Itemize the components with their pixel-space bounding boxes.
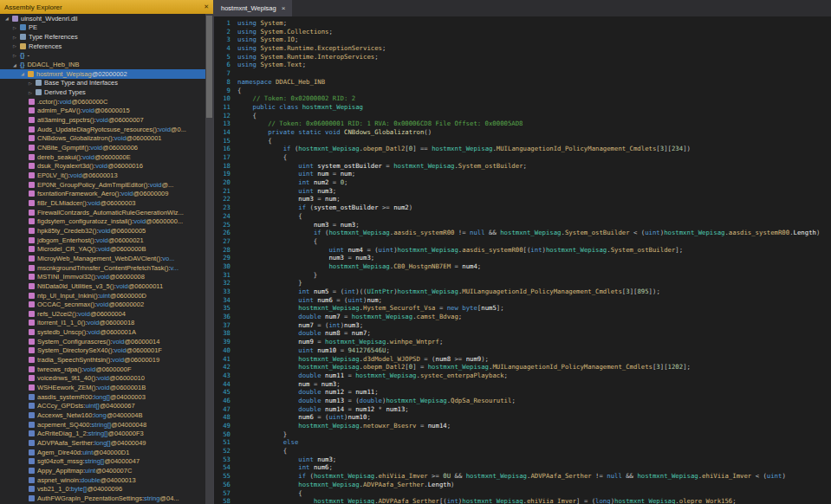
- expander-open-icon[interactable]: ◢: [21, 71, 28, 76]
- tree-item[interactable]: admim_PsAV() : void @06000015: [0, 107, 205, 116]
- tree-item[interactable]: CNBite_Gpmptif() : void @06000006: [0, 143, 205, 152]
- code-line: using System.Runtime.InteropServices;: [237, 53, 831, 61]
- close-icon[interactable]: ✕: [204, 3, 209, 10]
- tree-item[interactable]: ▷Derived Types: [0, 87, 205, 97]
- line-number: 22: [214, 195, 230, 204]
- tree-item[interactable]: fsxntationFramework_Aero() : void @06000…: [0, 189, 205, 198]
- tree-item[interactable]: twrecws_rdpa() : void @0600000F: [0, 365, 205, 374]
- tree-item[interactable]: ◢uinsoht_Wvdenrl.dll: [0, 14, 205, 23]
- code-line: namespace DDACL_Heb_INB: [237, 78, 831, 87]
- expander-closed-icon[interactable]: ▷: [13, 53, 20, 58]
- code-line: uint num10 = 941276546U;: [237, 346, 831, 355]
- code-line: uint num3;: [237, 456, 831, 464]
- expander-closed-icon[interactable]: ▷: [13, 35, 20, 40]
- method-icon: [29, 154, 35, 160]
- tree-item[interactable]: tradia_SpeechSynthtsin() : void @0600001…: [0, 355, 205, 365]
- tree-item[interactable]: ACCcy_GPDsts : uint[] @04000067: [0, 402, 205, 411]
- tree-item[interactable]: vsb21_1_0 : byte[] @04000096: [0, 484, 205, 494]
- expander-open-icon[interactable]: ◢: [13, 62, 20, 68]
- tree-item[interactable]: WSHEework_ZEM() : void @0600001B: [0, 383, 205, 392]
- tree-item[interactable]: mscnkgroundTrhnsfer_ContentPrefetchTask(…: [0, 263, 205, 273]
- tree-item[interactable]: refs_U2cei2() : void @06000004: [0, 309, 205, 319]
- code-editor[interactable]: 1234567891011121314151617181920212223242…: [214, 16, 831, 504]
- expander-closed-icon[interactable]: ▷: [29, 81, 36, 86]
- tree-item[interactable]: ▷Type References: [0, 32, 205, 42]
- tree-item[interactable]: dereb_seakui() : void @0600000E: [0, 152, 205, 162]
- tree-item[interactable]: AuthFWGrapIn_PezentationSettings : strin…: [0, 494, 205, 503]
- method-icon: [29, 99, 35, 105]
- tree-item[interactable]: NtiData0ld_Utilities_v3_5() : void @0600…: [0, 281, 205, 291]
- tree-item[interactable]: Accexws_Netw160 : long @0400004B: [0, 410, 205, 420]
- method-icon: [29, 366, 35, 372]
- assembly-explorer-panel: Assembly Explorer ✕ ◢uinsoht_Wvdenrl.dll…: [0, 0, 214, 504]
- expander-closed-icon[interactable]: ▷: [13, 25, 20, 30]
- tree-item[interactable]: voicednws_9t1_40() : void @06000010: [0, 374, 205, 384]
- code-line: using System.IO;: [237, 36, 831, 44]
- tree-item[interactable]: FirewallContzards_AutomaticRuleGeneratio…: [0, 208, 205, 217]
- tree-item[interactable]: Agem_Dire40d : uint @040000D1: [0, 448, 205, 457]
- code-line: {: [237, 237, 831, 246]
- tree-item[interactable]: EP0LV_it() : void @06000013: [0, 171, 205, 180]
- tab-label: hostmxnt_Wepisag: [221, 4, 276, 12]
- tree-item[interactable]: dsuk_Royalexrt3d() : void @06000016: [0, 162, 205, 171]
- tab-close-icon[interactable]: ×: [282, 4, 286, 12]
- line-number: 30: [214, 262, 230, 271]
- tree-item[interactable]: OCCAC_secnmax() : void @06000002: [0, 300, 205, 309]
- tree-item[interactable]: AcRriteDiag_1_2 : string[] @040000F3: [0, 430, 205, 439]
- tree-item[interactable]: Auds_UpdateDiagRyotcsuse_resources() : v…: [0, 125, 205, 134]
- tree-item[interactable]: MSTINI_Immvol32() : void @06000008: [0, 272, 205, 281]
- tree-item[interactable]: systedb_Unscp() : void @0600001A: [0, 327, 205, 337]
- tree-item[interactable]: aspnet_winoin : double @04000013: [0, 475, 205, 485]
- method-icon: [29, 107, 35, 113]
- tree-item[interactable]: ADVPAafa_Serther : long[] @04000049: [0, 438, 205, 448]
- line-number: 41: [214, 355, 230, 364]
- method-icon: [29, 384, 35, 391]
- line-number: 34: [214, 296, 230, 305]
- method-icon: [29, 126, 35, 132]
- code-line: int num6;: [237, 463, 831, 472]
- tree-item[interactable]: ▷{} -: [0, 51, 205, 61]
- tree-item[interactable]: MicroyWeb_Management_WebDAVClent() : vo.…: [0, 254, 205, 263]
- method-icon: [29, 347, 35, 353]
- tree-item[interactable]: jdbgom_Enterhost() : void @06000021: [0, 236, 205, 245]
- method-icon: [29, 200, 35, 206]
- tree-item[interactable]: ◢{} DDACL_Heb_INB: [0, 60, 205, 69]
- tree-scrollbar[interactable]: [205, 14, 213, 504]
- scrollbar-thumb[interactable]: [206, 16, 212, 118]
- tree-item[interactable]: sgt04zoft_mssg : string[] @04000047: [0, 457, 205, 467]
- tree-item[interactable]: System_DirectorySeX40() : void @0600001F: [0, 346, 205, 356]
- line-number: 21: [214, 187, 230, 196]
- tree-item[interactable]: ati3aming_pspctrs() : void @06000007: [0, 115, 205, 125]
- tree-item[interactable]: ▷References: [0, 42, 205, 51]
- field-icon: [29, 440, 35, 446]
- code-line: num3 = num3;: [237, 254, 831, 262]
- tree-item[interactable]: CNBdows_Globalizatron() : void @06000001: [0, 134, 205, 144]
- tree-item[interactable]: fiBr_DLMiadcer() : void @06000003: [0, 198, 205, 208]
- assembly-explorer-header[interactable]: Assembly Explorer ✕: [0, 0, 213, 14]
- tab-hostmxnt-wepisag[interactable]: hostmxnt_Wepisag ×: [214, 0, 292, 16]
- tree-item[interactable]: EP0Nt_GroupPolicy_AdmTmplEditor() : void…: [0, 180, 205, 190]
- tree-item[interactable]: hpk85ty_Credeb32() : void @06000005: [0, 226, 205, 236]
- tree-item[interactable]: Appy_Appltmap : uint @0400007C: [0, 466, 205, 475]
- tree-item[interactable]: ▷Base Type and Interfaces: [0, 79, 205, 88]
- tree-item[interactable]: System_Configurascres() : void @06000014: [0, 337, 205, 346]
- tree-item[interactable]: itorrent_I1_1_0() : void @06000018: [0, 319, 205, 328]
- expander-closed-icon[interactable]: ▷: [13, 43, 20, 48]
- tree-item[interactable]: ▷PE: [0, 23, 205, 33]
- line-number: 44: [214, 380, 230, 389]
- tree-item[interactable]: figdsytem_configuratozz_install() : void…: [0, 216, 205, 226]
- line-number: 48: [214, 413, 230, 422]
- tree-item[interactable]: acpement_SQ400 : string[] @04000048: [0, 420, 205, 430]
- method-icon: [29, 117, 35, 123]
- code-line: {: [237, 447, 831, 456]
- tree-item[interactable]: Microdel_CR_YAQ() : void @0600000B: [0, 244, 205, 254]
- method-icon: [29, 265, 35, 271]
- tree-item[interactable]: .cctor() : void @0600000C: [0, 97, 205, 107]
- tree-item[interactable]: ◢hostmxnt_Wepisag @02000002: [0, 69, 205, 79]
- expander-open-icon[interactable]: ◢: [5, 16, 12, 21]
- expander-closed-icon[interactable]: ▷: [29, 90, 36, 95]
- line-number: 18: [214, 162, 230, 171]
- line-number: 24: [214, 212, 230, 221]
- tree-item[interactable]: aasdis_systemR00 : long[] @04000003: [0, 392, 205, 402]
- tree-item[interactable]: ntp_UI_Input_Inkini() : uint @0600000D: [0, 291, 205, 300]
